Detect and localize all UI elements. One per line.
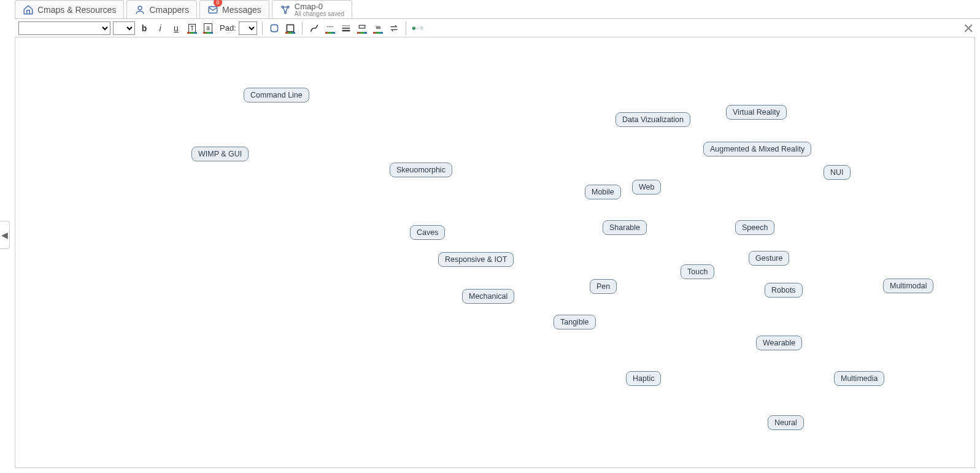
highlight-color-button[interactable]: a	[201, 21, 215, 35]
svg-rect-6	[287, 25, 293, 31]
concept-node-skeuomorphic[interactable]: Skeuomorphic	[390, 163, 452, 177]
help-linked-button[interactable]: ? ?	[411, 21, 425, 35]
text-color-button[interactable]: T	[185, 21, 199, 35]
concept-node-speech[interactable]: Speech	[735, 220, 774, 235]
shape-style-button[interactable]	[268, 21, 281, 35]
line-style-button[interactable]	[307, 21, 321, 35]
bold-button[interactable]: b	[137, 21, 151, 35]
concept-node-robots[interactable]: Robots	[765, 283, 803, 298]
tab-label: Cmappers	[149, 5, 189, 15]
concept-node-multimedia[interactable]: Multimedia	[834, 371, 884, 386]
home-icon	[23, 4, 34, 15]
tab-strip: Cmaps & Resources Cmappers 0 Messages Cm…	[0, 0, 980, 18]
concept-node-caves[interactable]: Caves	[410, 225, 445, 240]
current-cmap-name: Cmap-0	[295, 2, 344, 11]
tab-messages[interactable]: 0 Messages	[199, 0, 269, 18]
concept-node-wearable[interactable]: Wearable	[756, 336, 802, 350]
concept-node-web[interactable]: Web	[632, 180, 661, 194]
concept-node-nui[interactable]: NUI	[824, 165, 851, 180]
font-family-select[interactable]	[18, 21, 110, 35]
tab-resources[interactable]: Cmaps & Resources	[15, 0, 124, 18]
svg-point-0	[138, 6, 142, 10]
tab-label: Cmaps & Resources	[37, 5, 116, 15]
concept-node-wimp-gui[interactable]: WIMP & GUI	[191, 147, 249, 161]
concept-node-command-line[interactable]: Command Line	[244, 88, 309, 102]
italic-button[interactable]: i	[153, 21, 167, 35]
line-dash-button[interactable]	[323, 21, 337, 35]
concept-node-aug-mixed[interactable]: Augmented & Mixed Reality	[703, 142, 811, 156]
concept-node-virtual-reality[interactable]: Virtual Reality	[726, 105, 787, 120]
concept-node-mechanical[interactable]: Mechanical	[462, 289, 514, 304]
canvas-scroll-area[interactable]: Command LineWIMP & GUISkeuomorphicData V…	[15, 37, 975, 468]
font-size-select[interactable]	[113, 21, 135, 35]
svg-rect-13	[376, 26, 380, 29]
concept-node-neural[interactable]: Neural	[768, 415, 804, 430]
concept-node-data-viz[interactable]: Data Vizualization	[615, 112, 690, 127]
svg-point-4	[284, 12, 286, 13]
close-editor-button[interactable]: ✕	[962, 22, 975, 36]
separator	[262, 21, 263, 35]
padding-select[interactable]	[239, 21, 257, 35]
save-status: All changes saved	[295, 11, 344, 17]
cmap-icon	[280, 4, 291, 15]
concept-node-pen[interactable]: Pen	[590, 279, 617, 294]
concept-node-sharable[interactable]: Sharable	[603, 220, 647, 235]
tab-current-cmap[interactable]: Cmap-0 All changes saved	[272, 0, 352, 18]
svg-text:?: ?	[421, 27, 422, 29]
tab-label: Messages	[222, 5, 261, 15]
separator	[406, 21, 406, 35]
format-toolbar: b i u T a Pad:	[15, 18, 980, 37]
arrow-direction-button[interactable]	[387, 21, 401, 35]
svg-marker-16	[417, 28, 418, 29]
cmap-canvas[interactable]: Command LineWIMP & GUISkeuomorphicData V…	[15, 37, 975, 468]
concept-node-touch[interactable]: Touch	[681, 264, 714, 279]
concept-node-tangible[interactable]: Tangible	[554, 315, 596, 329]
pad-label: Pad:	[220, 23, 236, 33]
concept-node-haptic[interactable]: Haptic	[626, 371, 661, 386]
user-icon	[134, 4, 145, 15]
sidebar-expand-handle[interactable]: ◀	[0, 221, 10, 249]
messages-badge: 0	[214, 0, 222, 7]
separator	[302, 21, 303, 35]
concept-node-gesture[interactable]: Gesture	[749, 251, 789, 266]
underline-button[interactable]: u	[169, 21, 183, 35]
svg-rect-5	[271, 25, 277, 31]
shadow-button[interactable]	[371, 21, 385, 35]
concept-node-multimodal[interactable]: Multimodal	[883, 279, 933, 293]
tab-cmappers[interactable]: Cmappers	[126, 0, 197, 18]
line-weight-button[interactable]	[339, 21, 353, 35]
border-color-button[interactable]	[355, 21, 369, 35]
concept-node-mobile[interactable]: Mobile	[585, 185, 621, 199]
concept-node-responsive-iot[interactable]: Responsive & IOT	[438, 252, 514, 267]
fill-color-button[interactable]	[284, 21, 297, 35]
svg-text:?: ?	[413, 27, 414, 29]
svg-rect-11	[359, 25, 365, 28]
